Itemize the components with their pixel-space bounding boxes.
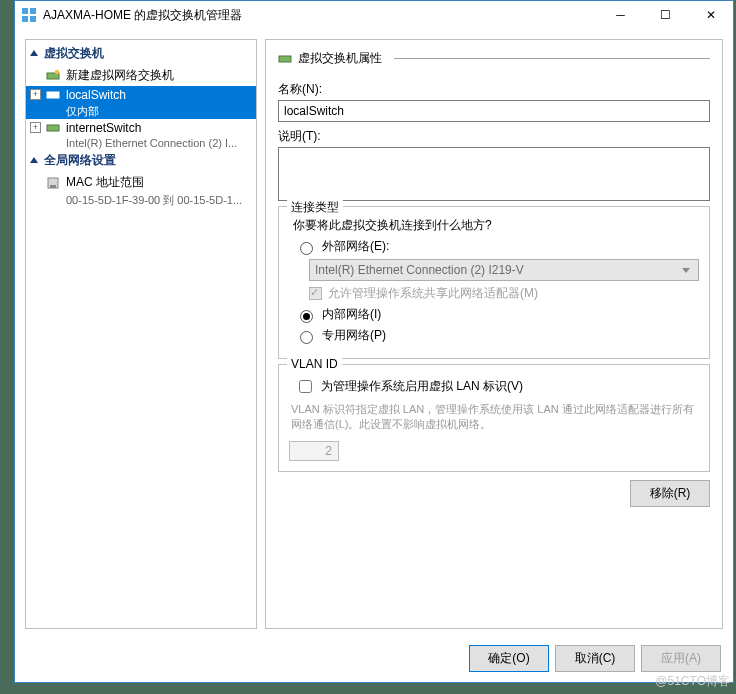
ok-button[interactable]: 确定(O) <box>469 645 549 672</box>
new-switch-icon <box>46 69 60 83</box>
radio-internal-input[interactable] <box>300 310 313 323</box>
vlan-group: VLAN ID 为管理操作系统启用虚拟 LAN 标识(V) VLAN 标识符指定… <box>278 364 710 472</box>
tree-item-internetswitch[interactable]: + internetSwitch <box>26 119 256 137</box>
group-legend: VLAN ID <box>287 357 342 371</box>
tree-item-label: internetSwitch <box>66 121 141 135</box>
window-title: AJAXMA-HOME 的虚拟交换机管理器 <box>43 7 598 24</box>
svg-rect-3 <box>30 16 36 22</box>
checkbox-icon <box>309 287 322 300</box>
svg-rect-2 <box>22 16 28 22</box>
section-title-text: 虚拟交换机属性 <box>298 50 382 67</box>
tree-item-localswitch[interactable]: + localSwitch <box>26 86 256 104</box>
dialog-buttons: 确定(O) 取消(C) 应用(A) <box>15 639 733 682</box>
divider <box>394 58 710 59</box>
svg-rect-0 <box>22 8 28 14</box>
tree-item-localswitch-sub[interactable]: 仅内部 <box>26 104 256 119</box>
close-button[interactable]: ✕ <box>688 1 733 29</box>
svg-rect-10 <box>279 56 291 62</box>
radio-internal-label: 内部网络(I) <box>322 306 381 323</box>
titlebar[interactable]: AJAXMA-HOME 的虚拟交换机管理器 ─ ☐ ✕ <box>15 1 733 29</box>
app-icon <box>21 7 37 23</box>
tree-panel: 虚拟交换机 新建虚拟网络交换机 + localSwitch 仅内部 + inte… <box>25 39 257 629</box>
desc-label: 说明(T): <box>278 128 710 145</box>
tree-item-new-switch[interactable]: 新建虚拟网络交换机 <box>26 65 256 86</box>
switch-icon <box>278 52 292 66</box>
svg-rect-9 <box>50 185 56 188</box>
tree-item-label: 新建虚拟网络交换机 <box>66 67 174 84</box>
tree-item-mac-sub[interactable]: 00-15-5D-1F-39-00 到 00-15-5D-1... <box>26 193 256 208</box>
vlan-help-text: VLAN 标识符指定虚拟 LAN，管理操作系统使用该 LAN 通过此网络适配器进… <box>291 402 697 433</box>
share-adapter-checkbox: 允许管理操作系统共享此网络适配器(M) <box>309 285 699 302</box>
tree-group-vswitches[interactable]: 虚拟交换机 <box>26 42 256 65</box>
vlan-id-input <box>289 441 339 461</box>
vswitch-manager-window: AJAXMA-HOME 的虚拟交换机管理器 ─ ☐ ✕ 虚拟交换机 新建虚拟网络… <box>14 0 734 683</box>
radio-external-input[interactable] <box>300 242 313 255</box>
tree-item-mac-range[interactable]: MAC 地址范围 <box>26 172 256 193</box>
switch-icon <box>46 121 60 135</box>
group-legend: 连接类型 <box>287 199 343 216</box>
radio-external[interactable]: 外部网络(E): <box>295 238 699 255</box>
radio-external-label: 外部网络(E): <box>322 238 389 255</box>
svg-point-5 <box>55 69 59 73</box>
name-input[interactable] <box>278 100 710 122</box>
apply-button: 应用(A) <box>641 645 721 672</box>
connection-type-group: 连接类型 你要将此虚拟交换机连接到什么地方? 外部网络(E): Intel(R)… <box>278 206 710 359</box>
tree-item-label: localSwitch <box>66 88 126 102</box>
tree-item-label: MAC 地址范围 <box>66 174 144 191</box>
cancel-button[interactable]: 取消(C) <box>555 645 635 672</box>
maximize-button[interactable]: ☐ <box>643 1 688 29</box>
nic-icon <box>46 176 60 190</box>
switch-icon <box>46 88 60 102</box>
tree-group-global[interactable]: 全局网络设置 <box>26 149 256 172</box>
name-label: 名称(N): <box>278 81 710 98</box>
desc-textarea[interactable] <box>278 147 710 201</box>
vlan-enable-input[interactable] <box>299 380 312 393</box>
radio-private[interactable]: 专用网络(P) <box>295 327 699 344</box>
section-header: 虚拟交换机属性 <box>278 50 710 67</box>
svg-rect-7 <box>47 125 59 131</box>
vlan-enable-checkbox[interactable]: 为管理操作系统启用虚拟 LAN 标识(V) <box>295 377 699 396</box>
radio-private-label: 专用网络(P) <box>322 327 386 344</box>
radio-private-input[interactable] <box>300 331 313 344</box>
expand-icon[interactable]: + <box>30 122 41 133</box>
radio-internal[interactable]: 内部网络(I) <box>295 306 699 323</box>
tree-item-internetswitch-sub[interactable]: Intel(R) Ethernet Connection (2) I... <box>26 137 256 149</box>
connection-question: 你要将此虚拟交换机连接到什么地方? <box>293 217 699 234</box>
svg-rect-1 <box>30 8 36 14</box>
watermark: @51CTO博客 <box>655 673 730 690</box>
expand-icon[interactable]: + <box>30 89 41 100</box>
minimize-button[interactable]: ─ <box>598 1 643 29</box>
svg-rect-6 <box>47 92 59 98</box>
properties-panel: 虚拟交换机属性 名称(N): 说明(T): 连接类型 你要将此虚拟交换机连接到什… <box>265 39 723 629</box>
remove-button[interactable]: 移除(R) <box>630 480 710 507</box>
external-adapter-select: Intel(R) Ethernet Connection (2) I219-V <box>309 259 699 281</box>
